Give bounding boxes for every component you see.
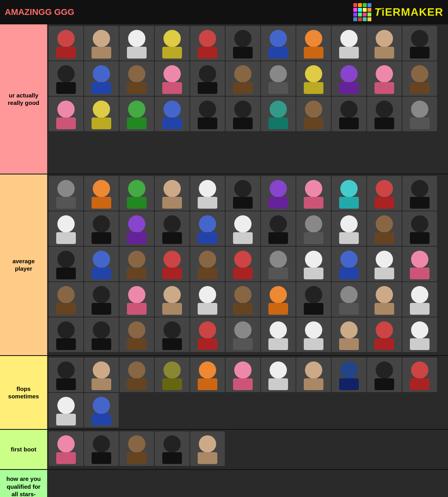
avatar-a-10[interactable] (402, 176, 437, 211)
avatar-s-11[interactable] (49, 61, 83, 96)
avatar-a-24[interactable] (119, 247, 154, 281)
avatar-a-28[interactable] (261, 247, 296, 281)
avatar-b-10[interactable] (402, 358, 437, 392)
avatar-a-2[interactable] (119, 176, 154, 211)
avatar-a-38[interactable] (226, 282, 260, 317)
avatar-b-1[interactable] (84, 358, 119, 392)
avatar-s-16[interactable] (226, 61, 260, 96)
avatar-a-25[interactable] (155, 247, 189, 281)
avatar-a-33[interactable] (49, 282, 83, 317)
avatar-a-40[interactable] (296, 282, 331, 317)
avatar-a-0[interactable] (49, 176, 83, 211)
avatar-s-4[interactable] (190, 26, 225, 61)
avatar-a-30[interactable] (332, 247, 366, 281)
avatar-s-5[interactable] (226, 26, 260, 61)
avatar-a-17[interactable] (261, 211, 296, 246)
avatar-a-16[interactable] (226, 211, 260, 246)
avatar-b-6[interactable] (261, 358, 296, 392)
avatar-b-8[interactable] (332, 358, 366, 392)
avatar-a-7[interactable] (296, 176, 331, 211)
avatar-s-12[interactable] (84, 61, 119, 96)
avatar-a-53[interactable] (367, 317, 402, 352)
avatar-a-22[interactable] (49, 247, 83, 281)
avatar-s-10[interactable] (402, 26, 437, 61)
avatar-a-36[interactable] (155, 282, 189, 317)
avatar-b-7[interactable] (296, 358, 331, 392)
avatar-a-26[interactable] (190, 247, 225, 281)
avatar-a-44[interactable] (49, 317, 83, 352)
avatar-a-3[interactable] (155, 176, 189, 211)
avatar-a-52[interactable] (332, 317, 366, 352)
avatar-a-29[interactable] (296, 247, 331, 281)
avatar-s-14[interactable] (155, 61, 189, 96)
avatar-a-9[interactable] (367, 176, 402, 211)
avatar-a-19[interactable] (332, 211, 366, 246)
avatar-s-32[interactable] (402, 97, 437, 131)
avatar-s-8[interactable] (332, 26, 366, 61)
avatar-c-2[interactable] (119, 431, 154, 466)
avatar-s-13[interactable] (119, 61, 154, 96)
avatar-b-0[interactable] (49, 358, 83, 392)
avatar-c-3[interactable] (155, 431, 189, 466)
avatar-s-26[interactable] (190, 97, 225, 131)
avatar-a-4[interactable] (190, 176, 225, 211)
avatar-b-2[interactable] (119, 358, 154, 392)
avatar-s-30[interactable] (332, 97, 366, 131)
avatar-c-1[interactable] (84, 431, 119, 466)
avatar-s-29[interactable] (296, 97, 331, 131)
avatar-s-21[interactable] (402, 61, 437, 96)
avatar-a-35[interactable] (119, 282, 154, 317)
avatar-a-37[interactable] (190, 282, 225, 317)
avatar-s-25[interactable] (155, 97, 189, 131)
avatar-a-12[interactable] (84, 211, 119, 246)
avatar-s-28[interactable] (261, 97, 296, 131)
avatar-a-34[interactable] (84, 282, 119, 317)
avatar-b-9[interactable] (367, 358, 402, 392)
avatar-s-22[interactable] (49, 97, 83, 131)
avatar-a-47[interactable] (155, 317, 189, 352)
avatar-b-4[interactable] (190, 358, 225, 392)
avatar-a-13[interactable] (119, 211, 154, 246)
avatar-a-48[interactable] (190, 317, 225, 352)
avatar-a-14[interactable] (155, 211, 189, 246)
avatar-b-5[interactable] (226, 358, 260, 392)
avatar-c-0[interactable] (49, 431, 83, 466)
avatar-s-18[interactable] (296, 61, 331, 96)
avatar-b-11[interactable] (49, 393, 83, 427)
avatar-a-43[interactable] (402, 282, 437, 317)
avatar-s-24[interactable] (119, 97, 154, 131)
avatar-a-46[interactable] (119, 317, 154, 352)
avatar-a-32[interactable] (402, 247, 437, 281)
avatar-a-50[interactable] (261, 317, 296, 352)
avatar-s-7[interactable] (296, 26, 331, 61)
avatar-a-45[interactable] (84, 317, 119, 352)
avatar-s-17[interactable] (261, 61, 296, 96)
avatar-a-49[interactable] (226, 317, 260, 352)
avatar-a-42[interactable] (367, 282, 402, 317)
avatar-s-9[interactable] (367, 26, 402, 61)
avatar-b-3[interactable] (155, 358, 189, 392)
avatar-s-20[interactable] (367, 61, 402, 96)
avatar-a-15[interactable] (190, 211, 225, 246)
avatar-s-31[interactable] (367, 97, 402, 131)
avatar-s-23[interactable] (84, 97, 119, 131)
avatar-a-39[interactable] (261, 282, 296, 317)
avatar-s-19[interactable] (332, 61, 366, 96)
avatar-a-54[interactable] (402, 317, 437, 352)
avatar-a-11[interactable] (49, 211, 83, 246)
avatar-a-18[interactable] (296, 211, 331, 246)
avatar-a-27[interactable] (226, 247, 260, 281)
avatar-s-3[interactable] (155, 26, 189, 61)
avatar-a-51[interactable] (296, 317, 331, 352)
avatar-a-8[interactable] (332, 176, 366, 211)
avatar-a-31[interactable] (367, 247, 402, 281)
avatar-s-6[interactable] (261, 26, 296, 61)
avatar-a-5[interactable] (226, 176, 260, 211)
avatar-s-0[interactable] (49, 26, 83, 61)
avatar-a-20[interactable] (367, 211, 402, 246)
avatar-s-15[interactable] (190, 61, 225, 96)
avatar-s-27[interactable] (226, 97, 260, 131)
avatar-a-1[interactable] (84, 176, 119, 211)
avatar-c-4[interactable] (190, 431, 225, 466)
avatar-s-2[interactable] (119, 26, 154, 61)
